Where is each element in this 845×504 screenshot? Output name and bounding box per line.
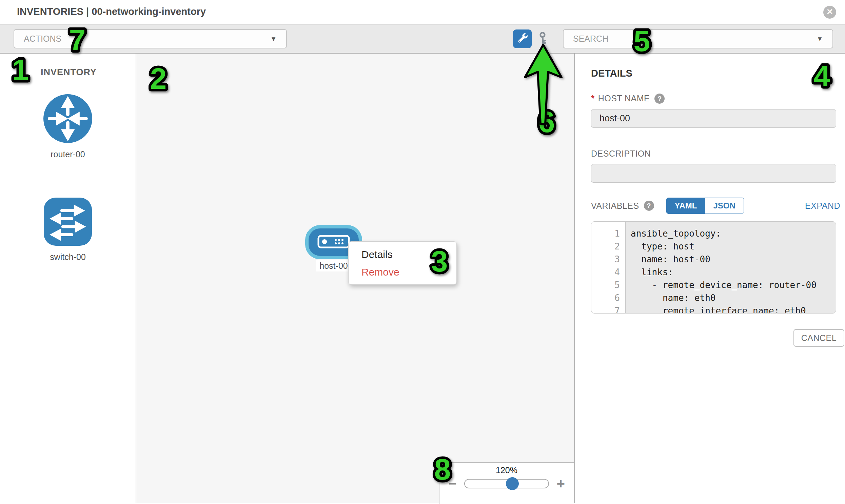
details-panel: DETAILS * HOST NAME ? DESCRIPTION VARIAB…	[575, 54, 845, 503]
description-field[interactable]	[591, 164, 836, 183]
variables-label: VARIABLES	[591, 201, 639, 211]
help-icon[interactable]: ?	[654, 93, 665, 104]
code-line: links:	[625, 266, 836, 278]
router-icon	[42, 93, 93, 145]
wrench-icon	[517, 33, 528, 46]
context-menu: Details Remove	[348, 241, 457, 285]
editor-line: 4 links:	[592, 266, 836, 278]
description-label-row: DESCRIPTION	[591, 149, 844, 159]
zoom-slider-track[interactable]	[464, 479, 549, 488]
tools-button[interactable]	[513, 30, 532, 48]
credentials-key-button[interactable]	[535, 31, 551, 48]
toggle-json[interactable]: JSON	[705, 198, 743, 214]
line-number: 5	[592, 278, 625, 291]
line-number: 4	[592, 266, 625, 278]
zoom-out-button[interactable]: −	[448, 479, 457, 489]
variables-code-editor[interactable]: 1 ansible_topology: 2 type: host 3 name:…	[591, 221, 836, 313]
page-header: INVENTORIES | 00-networking-inventory ✕	[0, 0, 845, 24]
context-menu-item-details[interactable]: Details	[349, 246, 456, 263]
line-number: 1	[592, 227, 625, 240]
editor-line: 2 type: host	[592, 240, 836, 253]
sidebar-item-switch[interactable]: switch-00	[0, 197, 136, 262]
sidebar-heading: INVENTORY	[41, 67, 136, 78]
context-menu-item-remove[interactable]: Remove	[349, 263, 456, 281]
line-number: 2	[592, 240, 625, 253]
code-line: remote_interface_name: eth0	[625, 304, 836, 313]
description-label: DESCRIPTION	[591, 149, 651, 159]
expand-link[interactable]: EXPAND	[805, 201, 840, 211]
details-heading: DETAILS	[591, 68, 844, 79]
main-content: INVENTORY router-00	[0, 54, 845, 503]
code-line: name: host-00	[625, 253, 836, 266]
actions-dropdown[interactable]: ACTIONS ▼	[14, 29, 287, 49]
required-asterisk: *	[591, 93, 595, 104]
editor-line: 7 remote_interface_name: eth0	[592, 304, 836, 313]
close-icon[interactable]: ✕	[823, 6, 836, 19]
chevron-down-icon: ▼	[270, 35, 277, 43]
zoom-slider-handle[interactable]	[506, 477, 519, 490]
line-number: 3	[592, 253, 625, 266]
code-line: - remote_device_name: router-00	[625, 278, 836, 291]
editor-line: 6 name: eth0	[592, 291, 836, 304]
variables-format-toggle: YAML JSON	[666, 198, 744, 214]
variables-row: VARIABLES ? YAML JSON EXPAND	[591, 198, 844, 214]
line-number: 6	[592, 291, 625, 304]
host-name-label-row: * HOST NAME ?	[591, 93, 844, 104]
toggle-yaml[interactable]: YAML	[667, 198, 705, 214]
search-dropdown[interactable]: SEARCH ▼	[563, 29, 833, 49]
zoom-control: 120% − +	[439, 462, 574, 504]
topology-canvas[interactable]: host-00 Details Remove 120% − +	[136, 54, 575, 503]
zoom-in-button[interactable]: +	[557, 479, 565, 489]
line-number: 7	[592, 304, 625, 313]
editor-line: 3 name: host-00	[592, 253, 836, 266]
code-line: type: host	[625, 240, 836, 253]
actions-dropdown-label: ACTIONS	[24, 34, 61, 44]
cancel-button[interactable]: CANCEL	[793, 329, 844, 347]
host-name-field[interactable]	[591, 109, 836, 128]
switch-icon	[43, 197, 93, 248]
sidebar-item-router[interactable]: router-00	[0, 93, 136, 159]
sidebar-item-label: switch-00	[50, 252, 86, 262]
sidebar-item-label: router-00	[51, 149, 85, 159]
editor-line: 5 - remote_device_name: router-00	[592, 278, 836, 291]
toolbar: ACTIONS ▼ SEARCH ▼	[0, 24, 845, 54]
zoom-level-value: 120%	[439, 465, 574, 475]
help-icon[interactable]: ?	[644, 201, 654, 211]
inventory-sidebar: INVENTORY router-00	[0, 54, 136, 503]
chevron-down-icon: ▼	[816, 35, 823, 43]
key-icon	[535, 31, 551, 48]
code-line: name: eth0	[625, 291, 836, 304]
host-name-label: HOST NAME	[598, 93, 650, 103]
page-title: INVENTORIES | 00-networking-inventory	[17, 6, 206, 17]
code-line: ansible_topology:	[625, 227, 836, 240]
search-dropdown-label: SEARCH	[573, 34, 608, 44]
host-icon	[317, 235, 350, 250]
editor-line: 1 ansible_topology:	[592, 227, 836, 240]
variables-label-row: VARIABLES ?	[591, 201, 654, 211]
